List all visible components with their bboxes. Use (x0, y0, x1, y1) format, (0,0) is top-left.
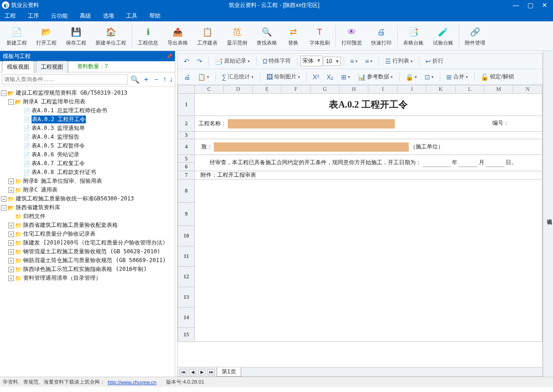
tool-导出表格[interactable]: 📤导出表格 (163, 24, 193, 48)
ribbon-btn[interactable]: ≡▾ (362, 56, 376, 67)
col-header[interactable]: M (484, 85, 513, 94)
expand-toggle[interactable]: + (8, 223, 14, 228)
add-icon[interactable]: ＋ (142, 75, 150, 84)
expand-toggle[interactable]: − (8, 99, 14, 105)
tree-item[interactable]: −📂陕西省建筑资料库 (1, 203, 174, 212)
remove-icon[interactable]: － (153, 75, 160, 84)
expand-toggle[interactable]: + (8, 240, 14, 246)
col-header[interactable]: D (224, 85, 252, 94)
tree-item[interactable]: 📄表A.0.4 监理报告 (1, 133, 174, 141)
tool-字体批刷[interactable]: T字体批刷 (305, 24, 334, 48)
tree-item[interactable]: +📁钢管混凝土工程施工质量验收规范 (GB 50628-2010) (1, 247, 174, 256)
ribbon-btn[interactable]: ↶ (180, 56, 193, 67)
ribbon-btn[interactable]: 📊参考数据▾ (354, 71, 396, 83)
tree-item[interactable]: −📂建设工程监理规范资料库 GB/T50319-2013 (1, 89, 174, 97)
ribbon-btn[interactable]: ↷ (193, 56, 206, 67)
ribbon-btn[interactable]: 📑原始记录▾ (212, 55, 253, 67)
ribbon-btn[interactable]: ⊞合并▾ (443, 71, 471, 83)
ribbon-btn[interactable]: ↩折行 (422, 55, 447, 67)
pin-icon[interactable]: 📌 (167, 54, 172, 59)
search-input[interactable] (2, 74, 128, 84)
down-icon[interactable]: ↓ (169, 75, 173, 84)
ribbon-btn[interactable]: 🔒▾ (402, 71, 420, 83)
spreadsheet[interactable]: CDEFGHIJKLMN 1 表A.0.2 工程开工令 2 工程名称： 编号： … (178, 85, 542, 342)
ribbon-btn[interactable]: X₂ (323, 71, 337, 83)
ribbon-btn[interactable]: ☰行列表▾ (382, 55, 416, 67)
expand-toggle[interactable]: + (8, 249, 14, 255)
ribbon-btn[interactable]: X² (309, 71, 322, 83)
tool-试验台账[interactable]: 🧪试验台账 (428, 24, 458, 48)
next-page-button[interactable]: ▶ (198, 369, 206, 375)
expand-toggle[interactable]: + (8, 231, 14, 237)
tree-item[interactable]: 📄表A.0.7 工程复工令 (1, 159, 174, 168)
tool-新建工程[interactable]: 📄新建工程 (2, 24, 32, 48)
ribbon-btn[interactable]: ∑汇总统计▾ (219, 71, 257, 83)
tree-item[interactable]: +📁陕西省建筑工程施工质量验收配套表格 (1, 221, 174, 230)
tree-item[interactable]: 📄表A.0.6 旁站记录 (1, 150, 174, 159)
menu-选项[interactable]: 选项 (103, 12, 114, 20)
tab-template-view[interactable]: 模板视图 (2, 61, 34, 73)
tool-快速打印[interactable]: 🖨快速打印 (367, 24, 396, 48)
tool-保存工程[interactable]: 💾保存工程 (61, 24, 91, 48)
tree-item[interactable]: +📁资料管理通用清单（目录管理） (1, 274, 174, 283)
month-field[interactable] (459, 159, 477, 167)
select-10[interactable]: 10 (323, 57, 341, 66)
tree-item[interactable]: −📂附录A 工程监理单位用表 (1, 97, 174, 106)
tool-显示范例[interactable]: 范显示范例 (222, 24, 252, 48)
tree-item[interactable]: 📄表A.0.2 工程开工令 (1, 115, 174, 124)
day-field[interactable] (486, 159, 504, 167)
menu-工序[interactable]: 工序 (28, 12, 39, 20)
menu-工程[interactable]: 工程 (5, 12, 16, 20)
menu-帮助[interactable]: 帮助 (149, 12, 161, 20)
tree-item[interactable]: 📄表A.0.3 监理通知单 (1, 124, 174, 133)
expand-toggle[interactable]: + (8, 267, 14, 272)
search-icon[interactable]: 🔍 (130, 75, 140, 84)
ribbon-btn[interactable]: Ω特殊字符 (259, 55, 294, 67)
tool-打印预览[interactable]: 👁打印预览 (337, 24, 367, 48)
rail-fill-help[interactable]: 填表说明 (546, 213, 553, 217)
col-header[interactable]: K (426, 85, 455, 94)
tree-item[interactable]: +📁钢筋混凝土筒仓施工与质量验收规范 (GB 50669-2011) (1, 256, 174, 265)
tree-item[interactable]: 📄表A.0.1 总监理工程师任命书 (1, 106, 174, 115)
row-header[interactable]: 1 (178, 94, 195, 116)
ribbon-btn[interactable]: ≡▾ (347, 56, 361, 67)
col-header[interactable] (178, 85, 195, 94)
last-page-button[interactable]: ⏭ (207, 369, 215, 375)
tool-附件管理[interactable]: 🔗附件管理 (460, 24, 490, 48)
tree-item[interactable]: +📁建筑工程施工质量验收统一标准GB50300-2013 (1, 194, 174, 203)
ribbon-btn[interactable]: ⊡▾ (421, 71, 437, 83)
tree-item[interactable]: +📁陕西绿色施工示范工程实施指南表格 (2016年制) (1, 265, 174, 274)
col-header[interactable]: F (282, 85, 310, 94)
close-button[interactable]: ✕ (542, 1, 547, 9)
expand-toggle[interactable]: + (8, 179, 14, 184)
tool-替换[interactable]: ⇄替换 (282, 24, 305, 48)
sheet-scroller[interactable]: CDEFGHIJKLMN 1 表A.0.2 工程开工令 2 工程名称： 编号： … (178, 85, 542, 367)
expand-toggle[interactable]: + (8, 258, 14, 263)
tree-item[interactable]: 📄表A.0.5 工程暂停令 (1, 141, 174, 150)
tree-view[interactable]: −📂建设工程监理规范资料库 GB/T50319-2013−📂附录A 工程监理单位… (0, 87, 175, 377)
tree-item[interactable]: +📁附录C 通用表 (1, 186, 174, 194)
tool-打开工程[interactable]: 📂打开工程 (32, 24, 61, 48)
col-header[interactable]: E (252, 85, 281, 94)
tree-item[interactable]: +📁住宅工程质量分户验收记录表 (1, 230, 174, 238)
prev-page-button[interactable]: ◀ (189, 369, 196, 375)
page-1-tab[interactable]: 第1页 (217, 367, 241, 377)
tree-item[interactable]: +📁陕建发 [2010]280号《住宅工程质量分户验收管理办法》 (1, 238, 174, 247)
col-header[interactable]: G (310, 85, 339, 94)
ribbon-btn[interactable]: 🖼绘制图片▾ (263, 71, 303, 83)
tool-新建单位工程[interactable]: 🏠新建单位工程 (91, 24, 131, 48)
col-header[interactable]: H (340, 85, 368, 94)
first-page-button[interactable]: ⏮ (180, 369, 187, 375)
col-header[interactable]: N (513, 85, 542, 94)
up-icon[interactable]: ↑ (163, 75, 167, 84)
tree-item[interactable]: 📁归档文件 (1, 212, 174, 221)
ribbon-btn[interactable]: 🔓锁定/解锁 (477, 71, 517, 83)
ribbon-btn[interactable]: 📋▾ (194, 71, 212, 83)
tool-表格台账[interactable]: 📑表格台账 (399, 24, 428, 48)
expand-toggle[interactable]: − (1, 205, 6, 211)
tree-item[interactable]: +📁附录B 施工单位报审、报验用表 (1, 177, 174, 186)
maximize-button[interactable]: ▢ (527, 1, 534, 9)
col-header[interactable]: C (195, 85, 224, 94)
col-header[interactable]: J (397, 85, 426, 94)
proj-name-field[interactable] (228, 119, 395, 129)
